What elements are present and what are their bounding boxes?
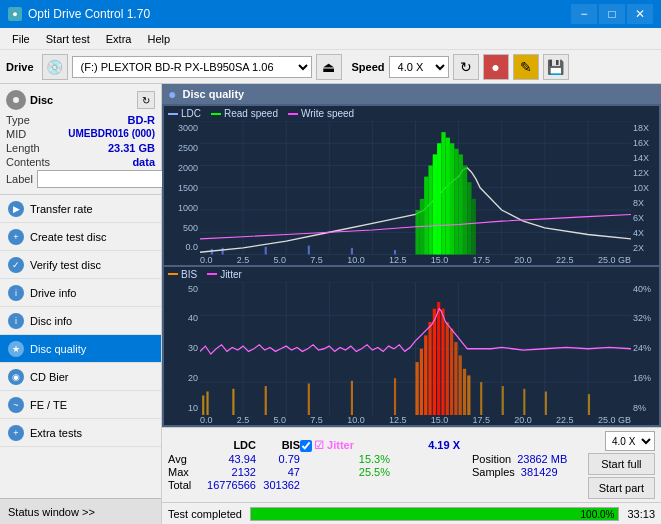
content-area: ● Disc quality LDC Read speed Write spee… (162, 84, 661, 524)
sidebar-item-verify-test-disc[interactable]: ✓ Verify test disc (0, 251, 161, 279)
mid-value: UMEBDR016 (000) (68, 128, 155, 140)
sidebar-item-drive-info[interactable]: i Drive info (0, 279, 161, 307)
save-button[interactable]: 💾 (543, 54, 569, 80)
svg-rect-35 (467, 182, 471, 254)
contents-label: Contents (6, 156, 50, 168)
svg-rect-31 (450, 143, 454, 254)
write-speed-dot (288, 113, 298, 115)
position-value: 23862 MB (517, 453, 567, 465)
close-button[interactable]: ✕ (627, 4, 653, 24)
disc-info-icon: i (8, 313, 24, 329)
svg-rect-64 (441, 308, 444, 415)
lower-y-axis-left: 50 40 30 20 10 (164, 282, 200, 416)
speed-stat-value: 4.19 X (390, 439, 460, 452)
menu-extra[interactable]: Extra (98, 31, 140, 47)
total-label: Total (168, 479, 204, 491)
svg-rect-56 (351, 380, 353, 415)
max-label: Max (168, 466, 204, 478)
write-button[interactable]: ✎ (513, 54, 539, 80)
time-text: 33:13 (627, 508, 655, 520)
window-controls: − □ ✕ (571, 4, 653, 24)
fe-te-icon: ~ (8, 397, 24, 413)
avg-jitter: 15.3% (300, 453, 390, 465)
ldc-legend: LDC (168, 108, 201, 119)
speed-label: Speed (352, 61, 385, 73)
eject-button[interactable]: ⏏ (316, 54, 342, 80)
maximize-button[interactable]: □ (599, 4, 625, 24)
avg-bis: 0.79 (256, 453, 300, 465)
total-bis: 301362 (256, 479, 300, 491)
drive-icon-btn[interactable]: 💿 (42, 54, 68, 80)
menu-file[interactable]: File (4, 31, 38, 47)
avg-label: Avg (168, 453, 204, 465)
length-value: 23.31 GB (108, 142, 155, 154)
sidebar-item-transfer-rate[interactable]: ▶ Transfer rate (0, 195, 161, 223)
label-label: Label (6, 173, 33, 185)
verify-test-disc-label: Verify test disc (30, 259, 101, 271)
svg-rect-69 (463, 368, 466, 415)
ldc-legend-label: LDC (181, 108, 201, 119)
progress-fill (251, 508, 618, 520)
create-test-disc-label: Create test disc (30, 231, 106, 243)
scan-button[interactable]: ● (483, 54, 509, 80)
start-part-button[interactable]: Start part (588, 477, 655, 499)
refresh-button[interactable]: ↻ (453, 54, 479, 80)
cd-bier-icon: ◉ (8, 369, 24, 385)
svg-rect-54 (265, 386, 267, 415)
cd-bier-label: CD Bier (30, 371, 69, 383)
verify-test-disc-icon: ✓ (8, 257, 24, 273)
menu-start-test[interactable]: Start test (38, 31, 98, 47)
lower-x-axis: 0.0 2.5 5.0 7.5 10.0 12.5 15.0 17.5 20.0… (164, 415, 659, 425)
type-value: BD-R (128, 114, 156, 126)
jitter-checkbox[interactable] (300, 440, 312, 452)
svg-rect-26 (428, 166, 432, 255)
svg-rect-72 (502, 386, 504, 415)
svg-rect-30 (446, 138, 450, 255)
lower-chart-plot (200, 282, 631, 416)
sidebar-item-disc-quality[interactable]: ★ Disc quality (0, 335, 161, 363)
avg-ldc: 43.94 (204, 453, 256, 465)
position-label: Position (472, 453, 511, 465)
sidebar-item-disc-info[interactable]: i Disc info (0, 307, 161, 335)
fe-te-label: FE / TE (30, 399, 67, 411)
samples-label: Samples (472, 466, 515, 478)
ldc-legend-dot (168, 113, 178, 115)
sidebar-item-extra-tests[interactable]: + Extra tests (0, 419, 161, 447)
jitter-check-label: ☑ Jitter (314, 439, 354, 452)
svg-rect-67 (454, 342, 457, 415)
menu-help[interactable]: Help (139, 31, 178, 47)
label-input[interactable] (37, 170, 170, 188)
svg-rect-68 (459, 355, 462, 415)
drive-select[interactable]: (F:) PLEXTOR BD-R PX-LB950SA 1.06 (72, 56, 312, 78)
extra-tests-label: Extra tests (30, 427, 82, 439)
minimize-button[interactable]: − (571, 4, 597, 24)
svg-rect-59 (420, 348, 423, 415)
svg-rect-27 (433, 154, 437, 254)
svg-rect-36 (472, 199, 476, 255)
start-full-button[interactable]: Start full (588, 453, 655, 475)
svg-rect-71 (480, 382, 482, 415)
svg-rect-33 (459, 154, 463, 254)
sidebar-item-fe-te[interactable]: ~ FE / TE (0, 391, 161, 419)
svg-rect-51 (202, 395, 204, 415)
jitter-dot (207, 273, 217, 275)
length-label: Length (6, 142, 40, 154)
app-icon: ● (8, 7, 22, 21)
sidebar-item-create-test-disc[interactable]: + Create test disc (0, 223, 161, 251)
svg-rect-18 (265, 247, 267, 255)
write-speed-label: Write speed (301, 108, 354, 119)
test-speed-select[interactable]: 4.0 X (605, 431, 655, 451)
status-window-button[interactable]: Status window >> (0, 498, 161, 524)
sidebar-item-cd-bier[interactable]: ◉ CD Bier (0, 363, 161, 391)
progress-label: 100.0% (581, 508, 615, 522)
app-title: Opti Drive Control 1.70 (28, 7, 150, 21)
svg-rect-65 (446, 322, 449, 415)
stats-bar: LDC BIS ☑ Jitter 4.19 X Avg 43.94 0.79 (162, 427, 661, 502)
bis-legend: BIS (168, 269, 197, 280)
jitter-label: Jitter (220, 269, 242, 280)
disc-refresh-btn[interactable]: ↻ (137, 91, 155, 109)
speed-select[interactable]: 4.0 X (389, 56, 449, 78)
progress-bar-area: Test completed 100.0% 33:13 (162, 502, 661, 524)
extra-tests-icon: + (8, 425, 24, 441)
svg-rect-58 (416, 362, 419, 415)
